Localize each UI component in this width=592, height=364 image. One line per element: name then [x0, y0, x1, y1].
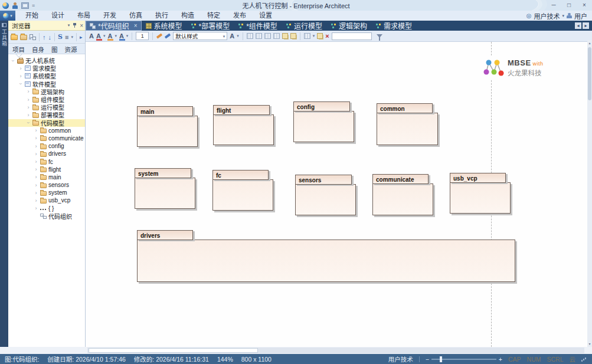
line-color-button[interactable]: A [119, 33, 124, 40]
menu-item-4[interactable]: 开发 [97, 11, 123, 21]
tree-item[interactable]: ›common [8, 127, 85, 135]
open-folder-icon[interactable] [20, 35, 27, 40]
expand-icon[interactable]: › [18, 74, 23, 78]
expand-icon[interactable]: › [34, 198, 38, 203]
status-perspective[interactable]: 用户技术 [388, 355, 413, 363]
expand-icon[interactable]: › [34, 206, 38, 211]
tree-item[interactable]: ›main [8, 173, 85, 181]
diagram-nodes-icon[interactable] [30, 34, 36, 40]
package-common[interactable]: common [377, 103, 438, 145]
tree-item[interactable]: ›system [8, 189, 85, 196]
project-tree[interactable]: ›无人机系统›需求模型›系统模型›软件模型›逻辑架构›组件模型›运行模型›部署模… [8, 54, 85, 354]
apply-style-icon[interactable] [165, 33, 171, 38]
new-package-icon[interactable] [11, 35, 18, 40]
diagram-tab[interactable]: 需求模型 [371, 21, 416, 31]
menu-item-7[interactable]: 构造 [175, 11, 201, 21]
chevron-down-icon[interactable]: ▾ [103, 34, 106, 38]
hamburger-menu-icon[interactable]: ≡ [65, 34, 68, 41]
package-main[interactable]: main [137, 106, 198, 147]
tree-item[interactable]: ›drivers [8, 150, 85, 158]
diagram-tab[interactable]: 系统模型 [142, 21, 187, 31]
vertical-scrollbar[interactable]: ▴ ▾ [587, 40, 592, 347]
expand-icon[interactable]: › [34, 175, 38, 179]
expand-icon[interactable]: › [26, 89, 31, 94]
diagram-properties-button[interactable] [317, 33, 323, 39]
tree-item[interactable]: ›系统模型 [8, 72, 85, 80]
diagram-tab[interactable]: *代码组织× [86, 21, 142, 31]
tree-item[interactable]: ›sensors [8, 181, 85, 189]
expand-icon[interactable]: › [18, 81, 23, 86]
toolbar-search-input[interactable] [332, 32, 372, 40]
tree-item[interactable]: ›代码模型 [8, 119, 85, 127]
font-icon[interactable]: A [89, 32, 94, 40]
zoom-slider[interactable]: − + [426, 356, 502, 363]
package-flight[interactable]: flight [213, 105, 274, 145]
tree-item[interactable]: ›软件模型 [8, 80, 85, 88]
package-usb_vcp[interactable]: usb_vcp [450, 173, 511, 214]
menu-item-1[interactable]: 开始 [19, 11, 45, 21]
horizontal-scrollbar[interactable] [87, 347, 584, 353]
expand-icon[interactable]: › [26, 97, 31, 102]
format-painter-icon[interactable] [156, 33, 162, 38]
align-top-button[interactable] [264, 33, 271, 39]
delete-button[interactable]: × [325, 32, 329, 40]
scroll-down-icon[interactable]: ▾ [587, 341, 592, 347]
vertical-scroll-thumb[interactable] [588, 47, 591, 100]
browser-panel-header[interactable]: 浏览器 ▾ × [8, 21, 85, 31]
appearance-button[interactable]: A [230, 32, 234, 40]
user-icon[interactable] [12, 2, 18, 9]
collaborate-icon[interactable]: S [58, 33, 63, 41]
close-panel-icon[interactable]: × [80, 22, 83, 29]
align-bottom-button[interactable] [273, 33, 280, 39]
tree-item[interactable]: ›需求模型 [8, 64, 85, 72]
expand-icon[interactable]: › [26, 105, 31, 110]
align-left-button[interactable] [247, 33, 253, 39]
tree-item[interactable]: ›config [8, 142, 85, 150]
scroll-tabs-left-icon[interactable]: ◂ [575, 22, 581, 29]
package-communicate[interactable]: communicate [372, 174, 433, 215]
close-button[interactable]: × [577, 0, 592, 11]
scroll-up-icon[interactable]: ▴ [587, 40, 592, 46]
horizontal-scroll-thumb[interactable] [89, 348, 258, 353]
panel-menu-icon[interactable]: ▾ [68, 23, 70, 28]
perspective-selector[interactable]: 用户技术 [534, 11, 560, 21]
navigate-icon[interactable]: ▸ [80, 34, 83, 40]
maximize-button[interactable]: □ [561, 0, 577, 11]
zoom-out-icon[interactable]: − [426, 356, 429, 363]
user-account[interactable]: 用户 [574, 11, 587, 21]
tree-item[interactable]: ›communicate [8, 135, 85, 142]
diagram-tab[interactable]: *部署模型 [187, 21, 234, 31]
expand-icon[interactable]: › [34, 128, 38, 133]
panel-tab[interactable]: 图 [48, 44, 61, 54]
tree-item[interactable]: ›无人机系统 [8, 57, 85, 64]
diagram-canvas[interactable]: MBSEwith 火龙果科技 mainflightconfigcommonsys… [86, 42, 587, 347]
mbse-logo[interactable]: MBSEwith 火龙果科技 [482, 57, 544, 79]
pin-icon[interactable] [73, 23, 77, 28]
ea-sphere-icon[interactable] [2, 2, 9, 9]
expand-icon[interactable]: › [18, 66, 23, 71]
tree-item[interactable]: ›usb_vcp [8, 196, 85, 204]
chevron-down-icon[interactable]: ▾ [313, 34, 315, 38]
move-up-icon[interactable]: ↑ [42, 34, 46, 40]
line-width-spinner[interactable]: 1 [136, 32, 149, 40]
text-color-button[interactable]: A [96, 33, 101, 40]
menu-item-6[interactable]: 执行 [149, 11, 175, 21]
chevron-down-icon[interactable]: ▾ [237, 34, 239, 38]
menu-item-10[interactable]: 设置 [253, 11, 279, 21]
panel-tab[interactable]: 自身 [29, 44, 47, 54]
ea-menu-button[interactable]: ▾ [0, 11, 15, 21]
menu-item-3[interactable]: 布局 [71, 11, 97, 21]
expand-icon[interactable]: › [26, 113, 31, 117]
expand-icon[interactable]: › [34, 136, 38, 140]
tree-item[interactable]: ›运行模型 [8, 103, 85, 111]
chevron-down-icon[interactable]: ▾ [115, 34, 117, 38]
panel-tab[interactable]: 资源 [62, 44, 80, 54]
tree-item[interactable]: ›flight [8, 166, 85, 173]
tree-item[interactable]: ›{ } [8, 205, 85, 212]
expand-icon[interactable]: › [34, 167, 38, 172]
style-dropdown[interactable]: 默认样式 ▾ [173, 32, 227, 40]
expand-icon[interactable]: › [34, 191, 38, 195]
panel-tab[interactable]: 项目 [9, 44, 28, 54]
same-width-button[interactable] [282, 33, 288, 39]
expand-icon[interactable]: › [34, 159, 38, 164]
